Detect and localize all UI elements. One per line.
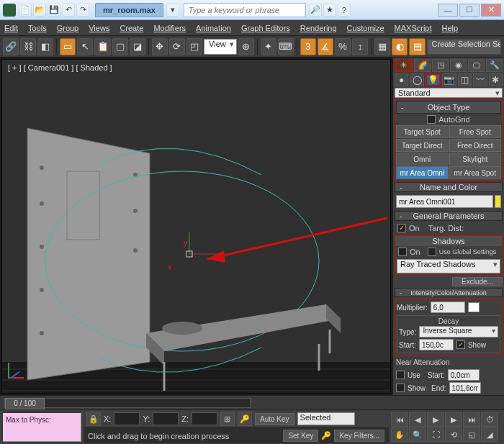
menu-customize[interactable]: Customize: [347, 24, 384, 32]
create-tab-icon[interactable]: ✳: [395, 59, 413, 72]
help-search-input[interactable]: [184, 3, 306, 17]
free-spot-button[interactable]: Free Spot: [449, 125, 502, 138]
menu-rendering[interactable]: Rendering: [300, 24, 337, 32]
mr-area-omni-button[interactable]: mr Area Omni: [396, 166, 449, 179]
tool-manip-icon[interactable]: ✦: [261, 38, 276, 55]
qat-open-icon[interactable]: 📂: [33, 4, 46, 17]
lock-selection-icon[interactable]: 🔒: [86, 412, 101, 426]
menu-create[interactable]: Create: [120, 24, 143, 32]
tool-snap-icon[interactable]: 3: [300, 38, 316, 55]
nav-orbit-icon[interactable]: ⟲: [445, 427, 462, 442]
qat-new-icon[interactable]: 📄: [19, 4, 32, 17]
setkey-button[interactable]: Set Key: [283, 430, 318, 442]
shadow-type-dropdown[interactable]: Ray Traced Shadows: [397, 259, 500, 273]
modify-tab-icon[interactable]: 🌈: [414, 59, 431, 72]
z-coord-input[interactable]: [192, 412, 217, 425]
target-spot-button[interactable]: Target Spot: [396, 125, 449, 138]
display-tab-icon[interactable]: 🖵: [468, 59, 485, 72]
minimize-button[interactable]: —: [438, 4, 458, 17]
tool-move-icon[interactable]: ✥: [152, 38, 168, 55]
qat-dropdown-icon[interactable]: ▾: [166, 4, 179, 17]
intensity-rollout[interactable]: Intensity/Color/Attenuation: [395, 288, 503, 297]
exclude-button[interactable]: Exclude...: [452, 277, 503, 286]
viewport-canvas[interactable]: x y: [2, 60, 390, 393]
named-selection-input[interactable]: Create Selection Se: [427, 39, 501, 55]
tool-namedsel-icon[interactable]: ▦: [374, 38, 390, 55]
viewport-label[interactable]: [ + ] [ Camera001 ] [ Shaded ]: [8, 63, 112, 72]
tool-unlink-icon[interactable]: ⛓: [20, 38, 36, 55]
shapes-subtab-icon[interactable]: ◯: [410, 73, 423, 86]
nav-zoom-icon[interactable]: 🔍: [409, 427, 426, 442]
play-icon[interactable]: ▶: [427, 412, 444, 427]
multiplier-spinner[interactable]: [431, 302, 465, 313]
next-frame-icon[interactable]: ▶: [445, 412, 462, 427]
help-icon[interactable]: ?: [338, 4, 351, 17]
menu-grapheditors[interactable]: Graph Editors: [241, 24, 290, 32]
menu-maxscript[interactable]: MAXScript: [395, 24, 432, 32]
object-name-input[interactable]: [396, 195, 493, 208]
cameras-subtab-icon[interactable]: 📷: [442, 73, 456, 86]
reference-coord-dropdown[interactable]: View: [204, 39, 237, 55]
qat-save-icon[interactable]: 💾: [48, 4, 60, 17]
nav-fov-icon[interactable]: ◢: [481, 427, 498, 442]
tool-rotate-icon[interactable]: ⟳: [169, 38, 185, 55]
near-show-checkbox[interactable]: [396, 384, 405, 392]
goto-start-icon[interactable]: ⏮: [391, 412, 408, 427]
tool-percentsnap-icon[interactable]: %: [335, 38, 351, 55]
nav-maximize-icon[interactable]: ◱: [463, 427, 480, 442]
tool-select-icon[interactable]: ▭: [60, 38, 76, 55]
general-params-rollout[interactable]: General Parameters: [395, 211, 503, 221]
motion-tab-icon[interactable]: ◉: [450, 59, 467, 72]
tool-region-icon[interactable]: ▢: [112, 38, 128, 55]
tool-link-icon[interactable]: 🔗: [3, 38, 19, 55]
communication-center-icon[interactable]: 🔎: [309, 4, 322, 17]
mr-area-spot-button[interactable]: mr Area Spot: [449, 166, 502, 179]
autogrid-checkbox[interactable]: [427, 115, 436, 124]
key-mode-icon[interactable]: 🔑: [238, 412, 252, 426]
omni-button[interactable]: Omni: [396, 153, 449, 166]
tool-selectbyname-icon[interactable]: 📋: [94, 38, 110, 55]
light-category-dropdown[interactable]: Standard: [395, 88, 503, 98]
qat-undo-icon[interactable]: ↶: [62, 4, 75, 17]
decay-type-dropdown[interactable]: Inverse Square: [419, 326, 498, 337]
tool-align-icon[interactable]: ▤: [409, 38, 425, 55]
tool-cursor-icon[interactable]: ↖: [77, 38, 93, 55]
key-filters-button[interactable]: Key Filters...: [334, 430, 384, 442]
name-color-rollout[interactable]: Name and Color: [395, 182, 503, 192]
object-color-swatch[interactable]: [495, 195, 501, 208]
light-on-checkbox[interactable]: [397, 224, 406, 232]
tool-keymode-icon[interactable]: ⌨: [278, 38, 294, 55]
use-global-checkbox[interactable]: [428, 248, 436, 256]
free-direct-button[interactable]: Free Direct: [449, 139, 502, 152]
decay-show-checkbox[interactable]: [456, 340, 465, 349]
close-button[interactable]: ✕: [481, 4, 501, 17]
near-end-spinner[interactable]: [449, 382, 481, 394]
near-start-spinner[interactable]: [448, 369, 480, 381]
qat-redo-icon[interactable]: ↷: [76, 4, 89, 17]
maxscript-listener[interactable]: Max to Physc:: [2, 412, 81, 442]
x-coord-input[interactable]: [114, 412, 140, 425]
tool-pivot-icon[interactable]: ⊕: [238, 38, 254, 55]
target-direct-button[interactable]: Target Direct: [396, 139, 449, 152]
utilities-tab-icon[interactable]: 🔧: [486, 59, 503, 72]
spacewarps-subtab-icon[interactable]: 〰: [473, 73, 487, 86]
y-coord-input[interactable]: [153, 412, 179, 425]
time-slider[interactable]: 0 / 100: [0, 395, 504, 409]
nav-pan-icon[interactable]: ✋: [391, 427, 408, 442]
viewport[interactable]: [ + ] [ Camera001 ] [ Shaded ] x y: [1, 59, 391, 394]
tool-window-icon[interactable]: ◪: [130, 38, 145, 55]
nav-zoomext-icon[interactable]: ⛶: [427, 427, 444, 442]
menu-animation[interactable]: Animation: [196, 24, 231, 32]
near-use-checkbox[interactable]: [396, 371, 405, 379]
goto-end-icon[interactable]: ⏭: [463, 412, 480, 427]
key-filter-dropdown[interactable]: Selected: [297, 412, 355, 425]
tool-scale-icon[interactable]: ◰: [186, 38, 202, 55]
key-icon[interactable]: 🔑: [321, 431, 331, 440]
menu-views[interactable]: Views: [89, 24, 109, 32]
time-slider-thumb[interactable]: 0 / 100: [5, 398, 45, 409]
menu-group[interactable]: Group: [57, 24, 79, 32]
favorites-icon[interactable]: ★: [323, 4, 336, 17]
geometry-subtab-icon[interactable]: ●: [395, 73, 408, 86]
skylight-button[interactable]: Skylight: [449, 153, 502, 166]
time-config-icon[interactable]: ⏱: [481, 412, 498, 427]
